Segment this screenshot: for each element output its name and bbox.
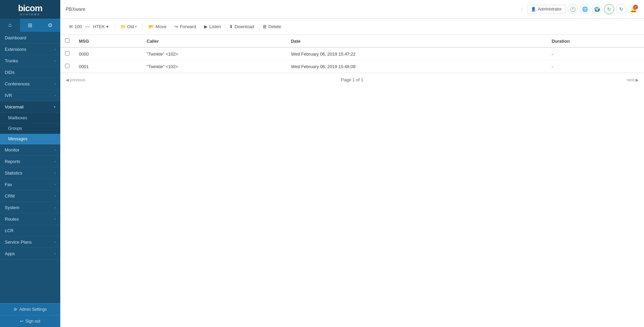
topbar-icons: 👤 Administrator 🕐 🌐 🌍 ↻ ↻ 🔔 1 — [527, 4, 639, 14]
sidebar-item-messages[interactable]: Messages — [0, 134, 60, 144]
caller-column-header: Caller — [142, 35, 286, 47]
duration-cell: - — [547, 60, 644, 73]
listen-button[interactable]: ▶ Listen — [201, 22, 224, 31]
row-checkbox[interactable] — [65, 64, 69, 68]
table-header-row: MSG Caller Date Duration — [60, 35, 644, 47]
puzzle-icon[interactable]: ⊞ — [20, 19, 40, 32]
sidebar-item-monitor[interactable]: Monitor › — [0, 144, 60, 156]
signout-icon: ↩ — [20, 319, 23, 324]
sidebar-item-crm[interactable]: CRM › — [0, 190, 60, 202]
move-icon: 📂 — [149, 24, 154, 29]
download-icon: ⬇ — [229, 24, 233, 29]
duration-cell: - — [547, 47, 644, 60]
app-title: PBXware — [66, 6, 517, 12]
chevron-right-icon: › — [55, 194, 56, 198]
notifications-button[interactable]: 🔔 1 — [628, 4, 639, 14]
sidebar-bottom: ⚙ Admin Settings ↩ Sign out — [0, 303, 60, 327]
sidebar-item-reports[interactable]: Reports › — [0, 156, 60, 167]
date-column-header: Date — [286, 35, 547, 47]
sidebar-item-mailboxes[interactable]: Mailboxes — [0, 113, 60, 123]
date-cell: Wed February 06, 2019 15:47:22 — [286, 47, 547, 60]
row-checkbox-cell — [60, 47, 74, 60]
admin-user-button[interactable]: 👤 Administrator — [527, 5, 565, 14]
caller-cell: "Twinkle" <102> — [142, 60, 286, 73]
row-checkbox-cell — [60, 60, 74, 73]
envelope-icon: ✉ — [69, 24, 73, 29]
toolbar-divider — [115, 23, 115, 30]
refresh-blue-icon[interactable]: ↻ — [616, 4, 626, 14]
sidebar-item-conferences[interactable]: Conferences › — [0, 78, 60, 90]
pagination-prev-button[interactable]: ◀ previous — [66, 78, 85, 82]
chevron-down-icon: ▾ — [135, 25, 137, 28]
chevron-right-icon: › — [55, 160, 56, 163]
pagination-next-button[interactable]: next ▶ — [627, 78, 639, 82]
chevron-right-icon: › — [55, 217, 56, 221]
sidebar-item-voicemail[interactable]: Voicemail ▾ — [0, 101, 60, 113]
settings-cog-icon[interactable]: ⚙ — [40, 19, 60, 32]
main-content: PBXware | 👤 Administrator 🕐 🌐 🌍 ↻ ↻ 🔔 1 … — [60, 0, 644, 327]
folder-icon: 📁 — [121, 24, 126, 29]
table-row: 0001 "Twinkle" <102> Wed February 06, 20… — [60, 60, 644, 73]
clock-icon[interactable]: 🕐 — [567, 4, 578, 14]
logo-sub: SYSTEMS — [18, 13, 42, 16]
download-button[interactable]: ⬇ Download — [226, 22, 258, 31]
move-button[interactable]: 📂 Move — [145, 22, 170, 31]
globe-icon[interactable]: 🌐 — [580, 4, 590, 14]
msg-cell: 0000 — [74, 47, 142, 60]
sidebar-item-ivr[interactable]: IVR › — [0, 90, 60, 101]
msg-cell: 0001 — [74, 60, 142, 73]
sidebar-item-fax[interactable]: Fax › — [0, 179, 60, 190]
table-row: 0000 "Twinkle" <102> Wed February 06, 20… — [60, 47, 644, 60]
row-checkbox[interactable] — [65, 51, 69, 56]
logo: bicom SYSTEMS — [0, 0, 60, 19]
sidebar-item-extensions[interactable]: Extensions › — [0, 44, 60, 55]
topbar: PBXware | 👤 Administrator 🕐 🌐 🌍 ↻ ↻ 🔔 1 — [60, 0, 644, 19]
chevron-right-icon: › — [55, 252, 56, 256]
sidebar: bicom SYSTEMS ⌂ ⊞ ⚙ Dashboard Extensions… — [0, 0, 60, 327]
sidebar-item-service-plans[interactable]: Service Plans › — [0, 237, 60, 248]
chevron-right-icon: › — [55, 94, 56, 97]
sidebar-item-groups[interactable]: Groups — [0, 123, 60, 134]
sidebar-item-dashboard[interactable]: Dashboard — [0, 32, 60, 44]
chevron-right-icon: › — [55, 82, 56, 86]
sidebar-item-trunks[interactable]: Trunks › — [0, 55, 60, 67]
select-all-checkbox[interactable] — [65, 38, 69, 43]
chevron-right-icon: › — [55, 240, 56, 244]
forward-icon: ↪ — [174, 24, 178, 29]
sidebar-icon-bar: ⌂ ⊞ ⚙ — [0, 19, 60, 32]
admin-settings-button[interactable]: ⚙ Admin Settings — [0, 303, 60, 315]
home-icon[interactable]: ⌂ — [0, 19, 20, 32]
folder-selector[interactable]: 📁 Old ▾ — [118, 22, 139, 31]
select-all-header — [60, 35, 74, 47]
notification-count: 1 — [633, 5, 638, 9]
sidebar-item-system[interactable]: System › — [0, 202, 60, 213]
chevron-right-icon: › — [55, 148, 56, 152]
chevron-right-icon: › — [55, 47, 56, 51]
refresh-green-icon[interactable]: ↻ — [604, 4, 614, 14]
toolbar-divider — [142, 23, 143, 30]
date-cell: Wed February 06, 2019 15:48:09 — [286, 60, 547, 73]
delete-button[interactable]: 🗑 Delete — [259, 22, 285, 31]
messages-table-area: MSG Caller Date Duration — [60, 35, 644, 327]
mailbox-selector[interactable]: ✉ 100 — HTEK ▾ — [66, 22, 112, 31]
sign-out-button[interactable]: ↩ Sign out — [0, 315, 60, 327]
sidebar-item-dids[interactable]: DIDs — [0, 67, 60, 78]
messages-table: MSG Caller Date Duration — [60, 35, 644, 73]
sidebar-item-statistics[interactable]: Statistics › — [0, 167, 60, 179]
play-icon: ▶ — [204, 24, 208, 29]
chevron-right-icon: › — [55, 183, 56, 186]
logo-text: bicom — [18, 4, 42, 13]
msg-column-header: MSG — [74, 35, 142, 47]
gear-icon: ⚙ — [14, 307, 17, 312]
forward-button[interactable]: ↪ Forward — [171, 22, 199, 31]
chevron-right-icon: › — [55, 59, 56, 63]
sidebar-item-apps[interactable]: Apps › — [0, 248, 60, 260]
chevron-down-icon: ▾ — [106, 24, 109, 29]
duration-column-header: Duration — [547, 35, 644, 47]
chevron-right-icon: › — [55, 171, 56, 175]
caller-cell: "Twinkle" <102> — [142, 47, 286, 60]
sidebar-item-lcr[interactable]: LCR — [0, 225, 60, 237]
sidebar-item-routes[interactable]: Routes › — [0, 213, 60, 225]
earth-icon[interactable]: 🌍 — [592, 4, 602, 14]
pagination-info: Page 1 of 1 — [341, 77, 364, 82]
